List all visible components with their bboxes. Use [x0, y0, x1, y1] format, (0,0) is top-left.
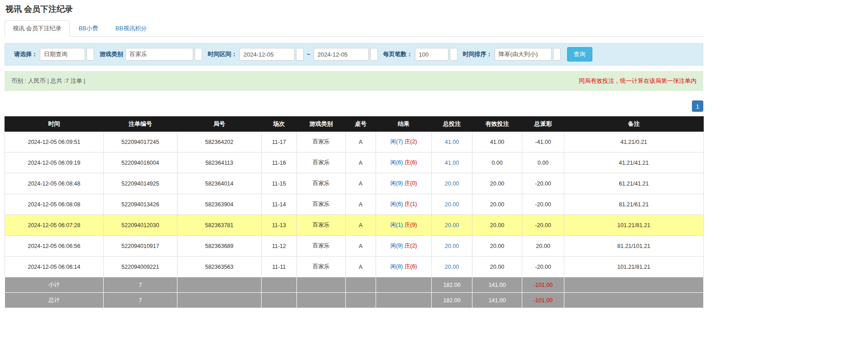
page-size-input[interactable] — [415, 48, 448, 61]
cell-table-no: A — [346, 173, 376, 194]
empty-cell — [346, 277, 376, 293]
page-1-button-top[interactable]: 1 — [692, 100, 703, 112]
empty-cell — [564, 293, 704, 308]
result-banker: 庄(2) — [405, 138, 417, 145]
cell-remark: 81.21/61.21 — [564, 194, 704, 215]
page-size-dropdown-toggle[interactable] — [450, 48, 458, 61]
sort-order-input[interactable] — [495, 48, 552, 61]
total-bet-link[interactable]: 41.00 — [445, 160, 459, 166]
date-to-dropdown-toggle[interactable] — [370, 48, 378, 61]
cell-payout: -20.00 — [522, 257, 564, 277]
empty-cell — [564, 277, 704, 293]
sort-order-dropdown-toggle[interactable] — [553, 48, 561, 61]
cell-session: 11-17 — [262, 132, 297, 152]
cell-remark: 101.21/81.21 — [564, 215, 704, 236]
table-row: 2024-12-05 06:07:28522094012030582363781… — [5, 215, 704, 236]
page-size-label: 每页笔数： — [383, 50, 413, 58]
date-to-input[interactable] — [314, 48, 369, 61]
empty-cell — [346, 293, 376, 308]
cell-payout: -20.00 — [522, 215, 564, 236]
result-banker: 庄(6) — [405, 263, 417, 270]
query-type-dropdown-toggle[interactable] — [86, 48, 94, 61]
total-valid-bet: 141.00 — [472, 293, 522, 308]
cell-payout: -20.00 — [522, 173, 564, 194]
cell-table-no: A — [346, 132, 376, 152]
col-result: 结果 — [376, 117, 432, 132]
col-payout: 总派彩 — [522, 117, 564, 132]
tab-bar: 视讯 会员下注纪录 BB小费 BB视讯积分 — [5, 20, 703, 37]
cell-result: 闲(9) 庄(0) — [376, 173, 432, 194]
cell-total-bet: 20.00 — [432, 194, 472, 215]
time-range-label: 时间区间： — [208, 50, 237, 58]
cell-round-id: 582364014 — [177, 173, 262, 194]
tab-bb-video-points[interactable]: BB视讯积分 — [107, 20, 155, 37]
result-banker: 庄(6) — [405, 159, 417, 166]
cell-payout: -41.00 — [522, 132, 564, 152]
result-player: 闲(8) — [390, 263, 403, 270]
cell-session: 11-12 — [262, 236, 297, 257]
cell-valid-bet: 20.00 — [472, 173, 522, 194]
date-from-input[interactable] — [239, 48, 295, 61]
col-session: 场次 — [262, 117, 297, 132]
tab-betting-records[interactable]: 视讯 会员下注纪录 — [5, 20, 70, 37]
cell-time: 2024-12-05 06:08:48 — [5, 173, 104, 194]
subtotal-total-bet: 182.00 — [432, 277, 472, 293]
game-type-input[interactable] — [125, 48, 193, 61]
cell-session: 11-13 — [262, 215, 297, 236]
summary-currency-count: 币别 : 人民币 | 总共 :7 注单 | — [11, 77, 86, 85]
cell-bet-id: 522094013426 — [104, 194, 177, 215]
tab-bb-tips[interactable]: BB小费 — [71, 20, 106, 37]
cell-session: 11-11 — [262, 257, 297, 277]
col-time: 时间 — [5, 117, 104, 132]
summary-bar: 币别 : 人民币 | 总共 :7 注单 | 同局有效投注，统一计算在该局第一张注… — [5, 71, 703, 91]
cell-game-type: 百家乐 — [297, 132, 346, 152]
total-bet-link[interactable]: 20.00 — [445, 243, 459, 249]
total-bet-link[interactable]: 20.00 — [445, 181, 459, 187]
total-bet-link[interactable]: 41.00 — [445, 139, 459, 145]
cell-result: 闲(9) 庄(2) — [376, 236, 432, 257]
table-header-row: 时间 注单编号 局号 场次 游戏类别 桌号 结果 总投注 有效投注 总派彩 备注 — [5, 117, 704, 132]
cell-payout: -20.00 — [522, 194, 564, 215]
total-bet-link[interactable]: 20.00 — [445, 222, 459, 229]
table-row: 2024-12-05 06:06:56522094010917582363689… — [5, 236, 704, 257]
search-button[interactable]: 查询 — [567, 47, 592, 62]
cell-bet-id: 522094016004 — [104, 152, 177, 173]
total-bet-link[interactable]: 20.00 — [445, 201, 459, 208]
sort-order-label: 时间排序： — [463, 50, 492, 58]
result-player: 闲(6) — [390, 159, 403, 166]
cell-total-bet: 20.00 — [432, 257, 472, 277]
cell-time: 2024-12-05 06:09:19 — [5, 152, 104, 173]
result-banker: 庄(1) — [405, 201, 417, 207]
empty-cell — [262, 293, 297, 308]
subtotal-label: 小计 — [5, 277, 104, 293]
query-type-input[interactable] — [40, 48, 85, 61]
date-from-dropdown-toggle[interactable] — [296, 48, 304, 61]
betting-records-table: 时间 注单编号 局号 场次 游戏类别 桌号 结果 总投注 有效投注 总派彩 备注… — [5, 116, 704, 308]
cell-table-no: A — [346, 257, 376, 277]
col-remark: 备注 — [564, 117, 704, 132]
cell-session: 11-16 — [262, 152, 297, 173]
page-title: 视讯 会员下注纪录 — [5, 4, 703, 14]
cell-bet-id: 522094014925 — [104, 173, 177, 194]
col-game-type: 游戏类别 — [297, 117, 346, 132]
date-range-separator: ~ — [307, 51, 310, 58]
table-row: 2024-12-05 06:09:51522094017245582364202… — [5, 132, 704, 152]
total-bet-link[interactable]: 20.00 — [445, 264, 459, 270]
cell-bet-id: 522094010917 — [104, 236, 177, 257]
cell-table-no: A — [346, 194, 376, 215]
summary-note: 同局有效投注，统一计算在该局第一张注单内 — [579, 77, 696, 85]
table-row: 2024-12-05 06:09:19522094016004582364113… — [5, 152, 704, 173]
cell-time: 2024-12-05 06:09:51 — [5, 132, 104, 152]
cell-game-type: 百家乐 — [297, 173, 346, 194]
total-count: 7 — [104, 293, 177, 308]
cell-session: 11-14 — [262, 194, 297, 215]
cell-remark: 41.21/41.21 — [564, 152, 704, 173]
cell-round-id: 582364113 — [177, 152, 262, 173]
game-type-dropdown-toggle[interactable] — [195, 48, 202, 61]
cell-game-type: 百家乐 — [297, 236, 346, 257]
cell-table-no: A — [346, 152, 376, 173]
result-player: 闲(9) — [390, 180, 403, 186]
cell-total-bet: 41.00 — [432, 132, 472, 152]
col-bet-id: 注单编号 — [104, 117, 177, 132]
total-row: 总计 7 182.00 141.00 -101.00 — [5, 293, 704, 308]
